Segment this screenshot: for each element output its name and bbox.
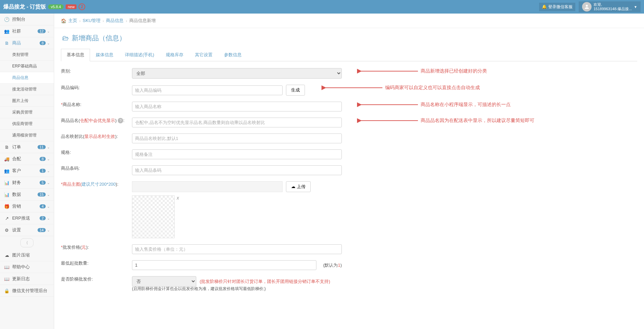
breadcrumb: 🏠 主页 › SKU管理 › 商品信息 › 商品信息新增 (54, 14, 644, 28)
breadcrumb-home[interactable]: 主页 (68, 18, 77, 24)
chevron-down-icon: ⌄ (47, 217, 50, 220)
breadcrumb-product[interactable]: 商品信息 (106, 18, 124, 24)
book-icon: 📖 (4, 265, 9, 270)
sidebar-item-image-compress[interactable]: ☁图片压缩 (0, 249, 54, 261)
lock-icon: 🔒 (4, 288, 9, 293)
gear-icon: ⚙ (4, 228, 9, 233)
image-preview[interactable]: x (132, 196, 175, 238)
image-path-field (132, 181, 283, 192)
file-icon: 🗎 (4, 145, 9, 150)
breadcrumb-sep: › (79, 18, 81, 23)
annotation-1: 商品新增选择已经创建好的分类 (357, 68, 487, 74)
sidebar-sub-supplier[interactable]: 供应商管理 (0, 118, 54, 130)
share-icon: ↗ (4, 216, 9, 221)
sidebar-label: 更新日志 (12, 276, 30, 282)
remove-image-icon[interactable]: x (177, 195, 179, 201)
count-badge: 8 (40, 41, 46, 45)
sidebar-item-delivery[interactable]: 🚚合配 8⌄ (0, 153, 54, 165)
sidebar-item-changelog[interactable]: 📖更新日志 (0, 273, 54, 285)
sidebar-item-finance[interactable]: 📊财务 5⌄ (0, 177, 54, 189)
sidebar-label: ERP推送 (12, 215, 30, 221)
tiered-hint: (批发阶梯价只针对团长订货订单，团长开团用链接分销订单不支持) (200, 279, 330, 285)
header-right: 🔔 登录微信客服 欢迎, 15189963148-爆品接... ▼ (539, 1, 641, 12)
sidebar-label: 图片压缩 (12, 252, 30, 258)
sidebar-sub-image-upload[interactable]: 图片上传 (0, 95, 54, 107)
user-menu[interactable]: 欢迎, 15189963148-爆品接... ▼ (579, 1, 641, 12)
wechat-service-button[interactable]: 🔔 登录微信客服 (539, 3, 575, 11)
sidebar-label: 财务 (12, 180, 21, 186)
user-avatar-icon (582, 2, 592, 12)
sidebar-item-erp-push[interactable]: ↗ERP推送 2⌄ (0, 212, 54, 224)
chevron-down-icon: ⌄ (47, 205, 50, 208)
breadcrumb-current: 商品信息新增 (129, 18, 156, 24)
chart-icon: 📊 (4, 180, 9, 185)
sidebar-label: 帮助中心 (12, 264, 30, 270)
annotation-text: 商品新增选择已经创建好的分类 (421, 68, 487, 74)
wholesale-input[interactable] (132, 244, 342, 254)
sidebar-sub-buyer[interactable]: 采购员管理 (0, 107, 54, 118)
sidebar-label: 订单 (12, 144, 21, 150)
tab-spec[interactable]: 规格库存 (160, 49, 189, 61)
tab-params[interactable]: 参数信息 (218, 49, 247, 61)
breadcrumb-sku[interactable]: SKU管理 (83, 18, 101, 24)
bell-icon: 🔔 (542, 4, 547, 9)
alias-input[interactable] (132, 118, 342, 127)
chevron-down-icon: ⌄ (47, 29, 50, 33)
sidebar-item-community[interactable]: 👥社群 12⌄ (0, 25, 54, 37)
code-input[interactable] (132, 85, 283, 95)
gift-icon: 🎁 (4, 204, 9, 209)
form: 类别: 全部 商品新增选择已经创建好的分类 商品编码: 生成 (54, 61, 644, 305)
sidebar-item-data[interactable]: 📊数据 15⌄ (0, 189, 54, 201)
brand-title: 爆品接龙 - 订货版 (3, 3, 46, 11)
chevron-down-icon: ⌄ (47, 145, 50, 149)
folder-icon: 🗁 (62, 34, 69, 42)
upload-button[interactable]: ☁ 上传 (286, 181, 311, 192)
sidebar-item-marketing[interactable]: 🎁营销 4⌄ (0, 201, 54, 212)
truck-icon: 🚚 (4, 157, 9, 162)
label-barcode: 商品条码: (61, 165, 132, 171)
count-badge: 15 (38, 192, 46, 197)
sidebar-sub-category[interactable]: 类别管理 (0, 49, 54, 61)
chevron-down-icon: ⌄ (47, 157, 50, 161)
sidebar-label: 设置 (12, 227, 21, 233)
category-select[interactable]: 全部 (132, 68, 342, 79)
name-input[interactable] (132, 102, 342, 111)
sidebar-item-help[interactable]: 📖帮助中心 (0, 261, 54, 273)
tab-detail[interactable]: 详细描述(手机) (119, 49, 160, 61)
sidebar-label: 数据 (12, 191, 21, 198)
ratio-input[interactable] (132, 133, 342, 143)
breadcrumb-sep: › (126, 18, 127, 23)
tab-other[interactable]: 其它设置 (189, 49, 218, 61)
generate-button[interactable]: 生成 (286, 85, 305, 96)
sidebar-item-dashboard[interactable]: 🕐控制台 (0, 14, 54, 25)
tabs: 基本信息 媒体信息 详细描述(手机) 规格库存 其它设置 参数信息 (61, 49, 637, 61)
sidebar-item-orders[interactable]: 🗎订单 11⌄ (0, 141, 54, 153)
chevron-down-icon: ▼ (634, 5, 637, 9)
annotation-text: 商品名称在小程序端显示，可描述的长一点 (421, 102, 511, 108)
sidebar-item-wechat-pay[interactable]: 🔒微信支付管理后台 (0, 285, 54, 297)
min-qty-input[interactable] (132, 260, 316, 270)
user-sub-label: 15189963148-爆品接... (594, 7, 632, 11)
version-badge: v5.8.4 (48, 4, 64, 9)
sidebar-item-products[interactable]: 🗎商品 8⌄ (0, 37, 54, 49)
sidebar-collapse-button[interactable]: ⟨ (20, 238, 34, 247)
sidebar-item-customers[interactable]: 👥客户 1⌄ (0, 165, 54, 177)
tiered-select[interactable]: 否 (132, 276, 196, 287)
chevron-down-icon: ⌄ (47, 41, 50, 45)
sidebar-sub-product-info[interactable]: 商品信息 (0, 72, 54, 84)
sidebar-label: 社群 (12, 28, 21, 34)
sidebar-item-settings[interactable]: ⚙设置 14⌄ (0, 224, 54, 236)
sidebar-sub-activity[interactable]: 接龙活动管理 (0, 84, 54, 95)
count-badge: 5 (40, 181, 46, 185)
spec-input[interactable] (132, 149, 342, 159)
book-icon: 📖 (4, 276, 9, 282)
barcode-input[interactable] (132, 165, 342, 175)
label-main-image: *商品主图(建议尺寸200*200): (61, 181, 132, 187)
sidebar-sub-erp-base[interactable]: ERP基础商品 (0, 61, 54, 72)
tab-basic[interactable]: 基本信息 (61, 49, 90, 61)
help-icon[interactable]: ? (118, 118, 123, 123)
notif-count-badge[interactable]: 2 (79, 3, 85, 10)
sidebar-label: 营销 (12, 203, 21, 209)
sidebar-sub-module[interactable]: 通用模块管理 (0, 130, 54, 141)
tab-media[interactable]: 媒体信息 (90, 49, 119, 61)
